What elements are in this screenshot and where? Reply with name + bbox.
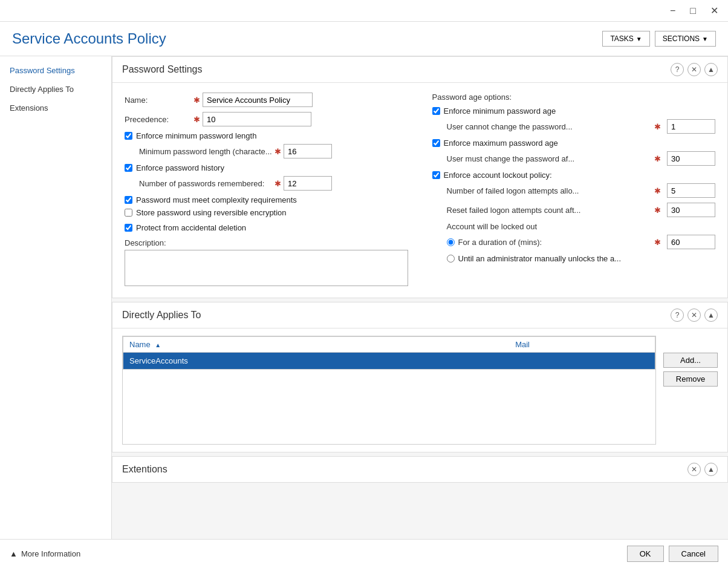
password-settings-form: Name: ✱ Precedence: ✱ Enforce minimum pa… xyxy=(112,83,727,298)
protect-deletion-checkbox[interactable] xyxy=(125,224,132,232)
max-age-required-star: ✱ xyxy=(654,154,661,163)
min-age-row: User cannot change the password... ✱ xyxy=(432,119,716,134)
ext-collapse-button[interactable]: ▲ xyxy=(704,463,718,476)
min-age-input[interactable] xyxy=(667,119,715,134)
reversible-label: Store password using reversible encrypti… xyxy=(136,208,287,217)
duration-input[interactable] xyxy=(667,235,715,249)
history-required-star: ✱ xyxy=(275,179,281,188)
ok-button[interactable]: OK xyxy=(627,546,664,562)
table-row[interactable]: ServiceAccounts xyxy=(123,353,655,370)
cancel-button[interactable]: Cancel xyxy=(669,546,718,562)
bottom-actions: OK Cancel xyxy=(627,546,718,562)
sections-dropdown-arrow: ▼ xyxy=(702,36,708,42)
more-info-label: More Information xyxy=(21,549,80,558)
extensions-section: Extentions ✕ ▲ xyxy=(112,456,728,483)
app-title: Service Accounts Policy xyxy=(12,30,166,47)
min-length-input[interactable] xyxy=(284,144,332,158)
directly-applies-to-title: Directly Applies To xyxy=(122,310,201,321)
col-mail-label: Mail xyxy=(515,340,530,349)
name-row: Name: ✱ xyxy=(125,93,408,107)
enforce-max-age-checkbox[interactable] xyxy=(432,139,440,147)
complexity-checkbox[interactable] xyxy=(125,196,132,204)
enforce-min-age-row: Enforce minimum password age xyxy=(432,106,716,116)
precedence-input[interactable] xyxy=(203,112,311,126)
manual-unlock-row: Until an administrator manually unlocks … xyxy=(432,254,716,263)
description-label: Description: xyxy=(125,238,408,247)
lockout-attempts-input[interactable] xyxy=(667,183,715,198)
max-age-note: User must change the password af... xyxy=(447,154,649,163)
reversible-checkbox[interactable] xyxy=(125,209,132,217)
password-age-label: Password age options: xyxy=(432,93,716,102)
extensions-title: Extentions xyxy=(122,464,167,475)
more-info[interactable]: ▲ More Information xyxy=(10,549,80,558)
manual-unlock-radio[interactable] xyxy=(447,255,455,263)
enforce-max-age-label: Enforce maximum password age xyxy=(444,139,558,148)
lockout-reset-row: Reset failed logon attempts count aft...… xyxy=(432,203,716,217)
password-settings-close-button[interactable]: ✕ xyxy=(687,63,701,76)
sidebar-item-directly-applies-to[interactable]: Directly Applies To xyxy=(0,80,111,99)
col-name-label: Name xyxy=(129,340,151,349)
max-age-row: User must change the password af... ✱ xyxy=(432,151,716,166)
name-input[interactable] xyxy=(203,93,313,107)
min-age-note: User cannot change the password... xyxy=(447,122,649,131)
dat-table-area: Name ▲ Mail ServiceAc xyxy=(122,336,656,445)
precedence-row: Precedence: ✱ xyxy=(125,112,408,126)
dat-help-button[interactable]: ? xyxy=(671,308,684,322)
col-name-header[interactable]: Name ▲ xyxy=(123,337,510,353)
sidebar-item-extensions[interactable]: Extensions xyxy=(0,99,111,117)
dat-table-container: Name ▲ Mail ServiceAc xyxy=(122,336,656,445)
description-textarea[interactable] xyxy=(125,250,408,286)
directly-applies-to-header: Directly Applies To ? ✕ ▲ xyxy=(112,302,727,328)
lockout-reset-input[interactable] xyxy=(667,203,715,217)
lockout-attempts-label: Number of failed logon attempts allo... xyxy=(447,186,649,195)
ext-close-button[interactable]: ✕ xyxy=(687,463,701,476)
sidebar: Password Settings Directly Applies To Ex… xyxy=(0,56,112,558)
lockout-policy-label: Enforce account lockout policy: xyxy=(444,171,552,180)
directly-applies-to-controls: ? ✕ ▲ xyxy=(671,308,718,322)
dat-actions: Add... Remove xyxy=(663,336,718,445)
minimize-button[interactable]: − xyxy=(668,5,678,16)
max-age-input[interactable] xyxy=(667,151,715,166)
tasks-button[interactable]: TASKS ▼ xyxy=(602,31,649,47)
add-button[interactable]: Add... xyxy=(663,353,718,368)
min-length-required-star: ✱ xyxy=(275,147,281,156)
close-button[interactable]: ✕ xyxy=(708,5,721,16)
min-length-label: Minimum password length (characte... xyxy=(139,147,272,156)
dat-close-button[interactable]: ✕ xyxy=(687,308,701,322)
min-age-required-star: ✱ xyxy=(654,122,661,131)
enforce-max-age-row: Enforce maximum password age xyxy=(432,139,716,148)
enforce-min-age-label: Enforce minimum password age xyxy=(444,106,556,116)
enforce-history-checkbox[interactable] xyxy=(125,164,132,172)
titlebar: − □ ✕ xyxy=(0,0,728,22)
remove-button[interactable]: Remove xyxy=(663,371,718,387)
password-settings-title: Password Settings xyxy=(122,64,203,75)
history-row: Number of passwords remembered: ✱ xyxy=(125,176,408,191)
password-settings-help-button[interactable]: ? xyxy=(671,63,684,76)
extensions-controls: ✕ ▲ xyxy=(687,463,718,476)
enforce-history-row: Enforce password history xyxy=(125,163,408,172)
enforce-min-length-row: Enforce minimum password length xyxy=(125,131,408,140)
sidebar-item-password-settings[interactable]: Password Settings xyxy=(0,61,111,80)
dat-content: Name ▲ Mail ServiceAc xyxy=(112,328,727,452)
enforce-min-age-checkbox[interactable] xyxy=(432,107,440,115)
password-settings-collapse-button[interactable]: ▲ xyxy=(704,63,718,76)
extensions-header: Extentions ✕ ▲ xyxy=(112,457,727,482)
name-required-star: ✱ xyxy=(193,96,200,105)
duration-row: For a duration of (mins): ✱ xyxy=(432,235,716,249)
row-mail-cell xyxy=(509,353,655,370)
sections-button[interactable]: SECTIONS ▼ xyxy=(655,31,716,47)
precedence-required-star: ✱ xyxy=(193,115,200,124)
protect-deletion-row: Protect from accidental deletion xyxy=(125,223,408,232)
col-mail-header[interactable]: Mail xyxy=(509,337,655,353)
duration-radio[interactable] xyxy=(447,238,455,246)
precedence-label: Precedence: xyxy=(125,115,191,124)
maximize-button[interactable]: □ xyxy=(687,5,698,16)
history-input[interactable] xyxy=(284,176,332,191)
form-left: Name: ✱ Precedence: ✱ Enforce minimum pa… xyxy=(125,93,408,288)
lockout-policy-checkbox[interactable] xyxy=(432,171,440,179)
enforce-min-length-checkbox[interactable] xyxy=(125,132,132,140)
lockout-attempts-row: Number of failed logon attempts allo... … xyxy=(432,183,716,198)
dat-collapse-button[interactable]: ▲ xyxy=(704,308,718,322)
directly-applies-to-section: Directly Applies To ? ✕ ▲ Name xyxy=(112,302,728,452)
bottom-bar: ▲ More Information OK Cancel xyxy=(0,539,728,568)
